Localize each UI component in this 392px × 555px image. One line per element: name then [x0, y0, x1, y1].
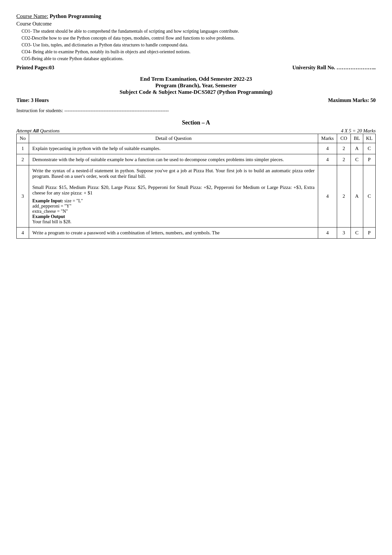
q4-co: 3	[337, 227, 351, 239]
q2-marks: 4	[318, 154, 337, 165]
header-bl: BL	[351, 134, 363, 143]
q1-bl: A	[351, 143, 363, 154]
q1-num: 1	[17, 143, 29, 154]
instruction-line: Instruction for students: --------------…	[16, 108, 376, 113]
course-name-value2: Python Programming	[50, 13, 101, 19]
attempt-all-bold: All	[33, 128, 39, 133]
q3-example-output-label: Example Output	[32, 214, 65, 219]
marks-label: Maximum Marks: 50	[328, 97, 376, 103]
instruction-dashes: ----------------------------------------…	[64, 108, 169, 113]
q2-num: 2	[17, 154, 29, 165]
q2-detail: Demonstrate with the help of suitable ex…	[29, 154, 318, 165]
attempt-text: Attempt	[16, 128, 33, 133]
header-detail: Detail of Question	[29, 134, 318, 143]
course-outcome-title: Course Outcome	[16, 21, 376, 27]
header-no: No	[17, 134, 29, 143]
q3-text-part1: Write the syntax of a nested-if statemen…	[32, 168, 315, 179]
time-label: Time: 3 Hours	[16, 97, 49, 103]
course-name-label: Course Name:	[16, 13, 48, 19]
attempt-rest: Questions	[39, 128, 60, 133]
q4-detail: Write a program to create a password wit…	[29, 227, 318, 239]
university-roll: University Roll No. …………………..	[292, 65, 376, 71]
exam-header: End Term Examination, Odd Semester 2022-…	[16, 76, 376, 95]
header-marks: Marks	[318, 134, 337, 143]
q4-kl: P	[363, 227, 376, 239]
marks-formula: 4 X 5 = 20 Marks	[341, 128, 376, 134]
q3-num: 3	[17, 165, 29, 227]
exam-line2: Program (Branch), Year, Semester	[16, 82, 376, 89]
q4-bl: C	[351, 227, 363, 239]
q4-num: 4	[17, 227, 29, 239]
table-header-row: No Detail of Question Marks CO BL KL	[17, 134, 376, 143]
table-row: 1 Explain typecasting in python with the…	[17, 143, 376, 154]
q2-kl: P	[363, 154, 376, 165]
header-co: CO	[337, 134, 351, 143]
instruction-label: Instruction for students:	[16, 108, 63, 113]
printed-pages: Printed Pages:03	[16, 65, 54, 71]
co5: CO5-Being able to create Python database…	[22, 55, 376, 62]
time-marks-row: Time: 3 Hours Maximum Marks: 50	[16, 97, 376, 103]
q2-co: 2	[337, 154, 351, 165]
co3: CO3- Use lists, tuples, and dictionaries…	[22, 42, 376, 48]
attempt-marks-row: Attempt All Questions 4 X 5 = 20 Marks	[16, 128, 376, 134]
attempt-all-questions: Attempt All Questions	[16, 128, 60, 134]
q3-kl: C	[363, 165, 376, 227]
q1-detail: Explain typecasting in python with the h…	[29, 143, 318, 154]
q1-kl: C	[363, 143, 376, 154]
co2: CO2-Describe how to use the Python conce…	[22, 35, 376, 42]
co4: CO4- Being able to examine Python, notab…	[22, 48, 376, 55]
section-a-title: Section – A	[16, 119, 376, 126]
q2-bl: C	[351, 154, 363, 165]
exam-line1: End Term Examination, Odd Semester 2022-…	[16, 76, 376, 82]
q3-example: Example Input: size = "L" add_pepperoni …	[32, 198, 315, 225]
q3-co: 2	[337, 165, 351, 227]
q3-example-input-line2: add_pepperoni = "Y"	[32, 204, 315, 209]
co1: CO1- The student should be able to compr…	[22, 28, 376, 35]
q3-example-input-line3: extra_cheese = "N"	[32, 209, 315, 214]
q3-example-input-label: Example Input:	[32, 198, 63, 203]
q1-marks: 4	[318, 143, 337, 154]
q3-text-part2: Small Pizza: $15, Medium Pizza: $20, Lar…	[32, 185, 315, 195]
q3-example-output-line: Your final bill is $28.	[32, 219, 315, 225]
q1-co: 2	[337, 143, 351, 154]
header-kl: KL	[363, 134, 376, 143]
table-row: 4 Write a program to create a password w…	[17, 227, 376, 239]
questions-table: No Detail of Question Marks CO BL KL 1 E…	[16, 134, 376, 239]
printed-roll-row: Printed Pages:03 University Roll No. …………	[16, 65, 376, 71]
table-row: 2 Demonstrate with the help of suitable …	[17, 154, 376, 165]
exam-line3: Subject Code & Subject Name-DCS5027 (Pyt…	[16, 89, 376, 95]
course-name-line: Course Name: Python Programming	[16, 13, 376, 20]
q3-bl: A	[351, 165, 363, 227]
q3-marks: 4	[318, 165, 337, 227]
table-row: 3 Write the syntax of a nested-if statem…	[17, 165, 376, 227]
q4-marks: 4	[318, 227, 337, 239]
q3-detail: Write the syntax of a nested-if statemen…	[29, 165, 318, 227]
